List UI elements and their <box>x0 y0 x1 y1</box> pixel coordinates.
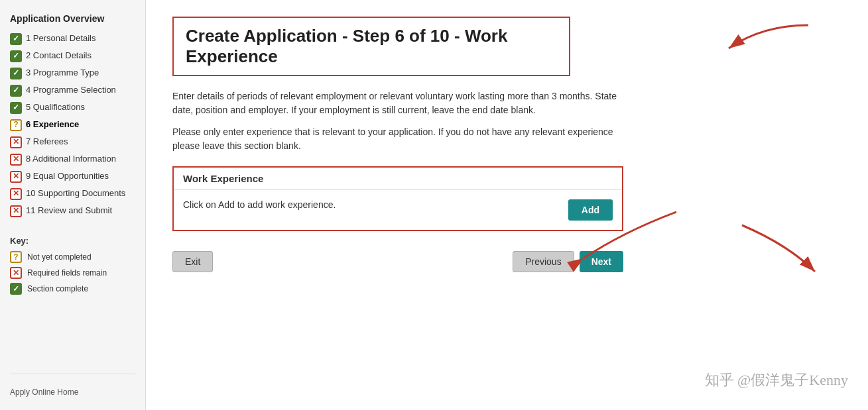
sidebar-item-label-11: 11 Review and Submit <box>26 205 112 217</box>
nav-status-icon-1: ✓ <box>10 33 22 45</box>
sidebar-item-label-8: 8 Additional Information <box>26 154 116 165</box>
navigation-buttons: Previous Next <box>513 251 623 272</box>
sidebar-item-label-3: 3 Programme Type <box>26 68 99 79</box>
sidebar-item-9[interactable]: ✕9 Equal Opportunities <box>10 171 135 183</box>
key-item-label-0: Not yet completed <box>27 252 92 262</box>
sidebar-title: Application Overview <box>10 13 135 24</box>
sidebar-item-label-10: 10 Supporting Documents <box>26 188 125 199</box>
sidebar-item-6[interactable]: ?6 Experience <box>10 119 135 131</box>
key-item-2: ✓Section complete <box>10 283 135 295</box>
exit-button[interactable]: Exit <box>172 251 213 272</box>
nav-status-icon-5: ✓ <box>10 102 22 114</box>
sidebar-item-label-9: 9 Equal Opportunities <box>26 171 109 182</box>
key-icon-1: ✕ <box>10 267 22 279</box>
key-item-1: ✕Required fields remain <box>10 267 135 279</box>
previous-button[interactable]: Previous <box>513 251 574 272</box>
sidebar-item-label-7: 7 Referees <box>26 136 68 148</box>
nav-status-icon-9: ✕ <box>10 171 22 183</box>
watermark: 知乎 @假洋鬼子Kenny <box>705 370 848 390</box>
nav-status-icon-11: ✕ <box>10 205 22 217</box>
key-icon-0: ? <box>10 251 22 263</box>
apply-home-link[interactable]: Apply Online Home <box>10 374 135 397</box>
sidebar: Application Overview ✓1 Personal Details… <box>0 0 146 410</box>
page-title-box: Create Application - Step 6 of 10 - Work… <box>172 17 570 76</box>
sidebar-item-label-4: 4 Programme Selection <box>26 85 116 96</box>
arrow-title <box>709 19 815 58</box>
key-item-label-1: Required fields remain <box>27 268 107 278</box>
section-instruction: Click on Add to add work experience. <box>183 199 568 210</box>
nav-status-icon-2: ✓ <box>10 50 22 62</box>
nav-status-icon-3: ✓ <box>10 68 22 79</box>
nav-status-icon-8: ✕ <box>10 154 22 166</box>
footer-actions: Exit Previous Next <box>172 251 623 272</box>
nav-status-icon-4: ✓ <box>10 85 22 97</box>
sidebar-item-label-1: 1 Personal Details <box>26 33 96 44</box>
arrow-add-btn <box>735 219 828 285</box>
key-icon-2: ✓ <box>10 283 22 295</box>
key-item-0: ?Not yet completed <box>10 251 135 263</box>
sidebar-item-8[interactable]: ✕8 Additional Information <box>10 154 135 166</box>
main-content: Create Application - Step 6 of 10 - Work… <box>146 0 868 410</box>
key-item-label-2: Section complete <box>27 284 88 293</box>
sidebar-item-7[interactable]: ✕7 Referees <box>10 136 135 148</box>
description-1: Enter details of periods of relevant emp… <box>172 89 623 117</box>
sidebar-item-10[interactable]: ✕10 Supporting Documents <box>10 188 135 200</box>
page-title: Create Application - Step 6 of 10 - Work… <box>186 26 557 67</box>
nav-status-icon-10: ✕ <box>10 188 22 200</box>
work-experience-section: Work Experience Click on Add to add work… <box>172 166 623 231</box>
key-title: Key: <box>10 236 135 246</box>
sidebar-item-label-6: 6 Experience <box>26 119 79 130</box>
sidebar-item-3[interactable]: ✓3 Programme Type <box>10 68 135 79</box>
key-section: Key: ?Not yet completed✕Required fields … <box>10 236 135 299</box>
sidebar-item-label-2: 2 Contact Details <box>26 50 92 62</box>
add-button[interactable]: Add <box>568 199 613 221</box>
sidebar-item-5[interactable]: ✓5 Qualifications <box>10 102 135 114</box>
sidebar-item-2[interactable]: ✓2 Contact Details <box>10 50 135 62</box>
nav-status-icon-6: ? <box>10 119 22 131</box>
sidebar-item-1[interactable]: ✓1 Personal Details <box>10 33 135 45</box>
sidebar-item-4[interactable]: ✓4 Programme Selection <box>10 85 135 97</box>
sidebar-item-label-5: 5 Qualifications <box>26 102 85 113</box>
nav-status-icon-7: ✕ <box>10 136 22 148</box>
section-body: Click on Add to add work experience. Add <box>174 190 622 230</box>
sidebar-item-11[interactable]: ✕11 Review and Submit <box>10 205 135 217</box>
section-header: Work Experience <box>174 168 622 190</box>
description-2: Please only enter experience that is rel… <box>172 125 623 153</box>
next-button[interactable]: Next <box>580 251 623 272</box>
